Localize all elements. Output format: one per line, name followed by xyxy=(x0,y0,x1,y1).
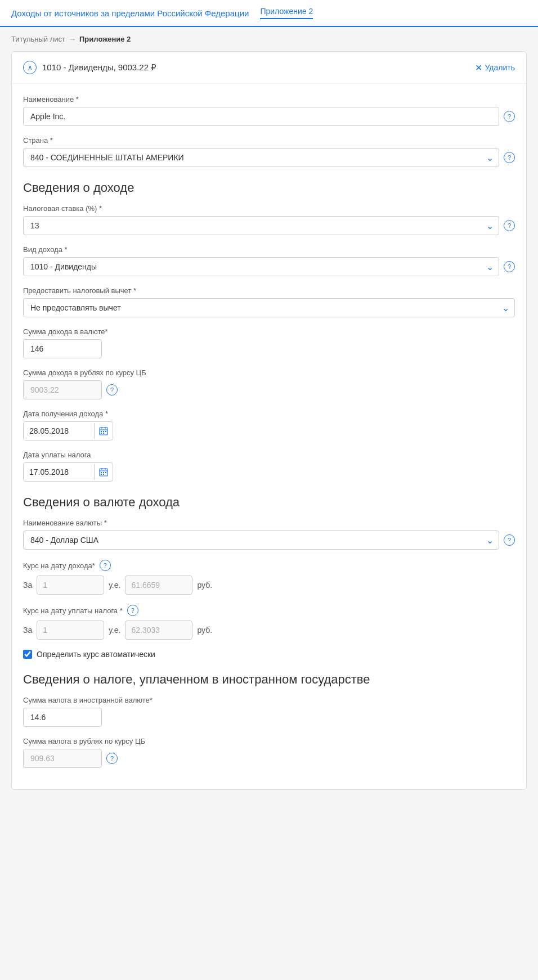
income-date-group: Дата получения дохода * xyxy=(23,410,515,440)
breadcrumb: Титульный лист → Приложение 2 xyxy=(0,27,538,51)
name-help-icon[interactable]: ? xyxy=(504,111,515,122)
rate-tax-help-icon[interactable]: ? xyxy=(127,605,138,616)
rate-tax-label-row: Курс на дату уплаты налога * ? xyxy=(23,605,515,616)
currency-name-row: 840 - Доллар США ⌄ ? xyxy=(23,531,515,550)
svg-rect-17 xyxy=(103,474,104,475)
tax-rate-help-icon[interactable]: ? xyxy=(504,220,515,231)
rate-income-help-icon[interactable]: ? xyxy=(100,560,111,571)
delete-label: Удалить xyxy=(485,63,515,72)
name-label: Наименование * xyxy=(23,95,515,104)
income-date-wrapper xyxy=(23,421,113,440)
card-body: Наименование * ? Страна * 840 - СОЕДИНЕН… xyxy=(12,84,526,789)
calendar-icon xyxy=(99,467,108,476)
tax-date-input[interactable] xyxy=(24,463,94,481)
breadcrumb-parent[interactable]: Титульный лист xyxy=(11,35,65,43)
deduction-select-wrapper: Не предоставлять вычет ⌄ xyxy=(23,298,515,317)
tax-date-group: Дата уплаты налога xyxy=(23,451,515,482)
deduction-select[interactable]: Не предоставлять вычет xyxy=(23,298,515,317)
tax-date-label: Дата уплаты налога xyxy=(23,451,515,459)
tax-rate-select-wrapper: 13 ⌄ xyxy=(23,216,499,235)
income-type-label: Вид дохода * xyxy=(23,245,515,254)
breadcrumb-arrow: → xyxy=(69,35,76,43)
foreign-tax-rub-label: Сумма налога в рублях по курсу ЦБ xyxy=(23,737,515,745)
svg-rect-7 xyxy=(101,433,102,434)
auto-rate-label[interactable]: Определить курс автоматически xyxy=(37,650,155,659)
page-header: Доходы от источников за пределами Россий… xyxy=(0,0,538,27)
foreign-tax-rub-row: ? xyxy=(23,749,515,768)
delete-button[interactable]: ✕ Удалить xyxy=(475,62,515,73)
income-rub-input xyxy=(23,380,102,399)
rate-income-rate-input xyxy=(125,576,192,595)
income-type-help-icon[interactable]: ? xyxy=(504,261,515,272)
svg-rect-5 xyxy=(103,431,104,432)
svg-rect-4 xyxy=(101,431,102,432)
currency-section-title: Сведения о валюте дохода xyxy=(23,495,515,510)
country-input-row: 840 - СОЕДИНЕННЫЕ ШТАТЫ АМЕРИКИ ⌄ ? xyxy=(23,148,515,167)
country-label: Страна * xyxy=(23,136,515,145)
auto-rate-checkbox[interactable] xyxy=(23,650,32,659)
name-input-row: ? xyxy=(23,107,515,126)
income-currency-input[interactable] xyxy=(23,339,102,358)
foreign-tax-amount-label: Сумма налога в иностранной валюте* xyxy=(23,696,515,704)
rate-income-rub-label: руб. xyxy=(197,581,212,590)
tax-rate-select[interactable]: 13 xyxy=(23,216,499,235)
foreign-tax-amount-group: Сумма налога в иностранной валюте* xyxy=(23,696,515,727)
income-date-calendar-button[interactable] xyxy=(94,423,113,439)
rate-tax-ue-label: у.е. xyxy=(109,626,120,635)
currency-name-select[interactable]: 840 - Доллар США xyxy=(23,531,499,550)
rate-tax-label: Курс на дату уплаты налога * xyxy=(23,606,123,615)
rate-tax-units-input[interactable] xyxy=(37,621,104,640)
tax-rate-label: Налоговая ставка (%) * xyxy=(23,204,515,213)
rate-tax-row: За у.е. руб. xyxy=(23,621,515,640)
income-rub-help-icon[interactable]: ? xyxy=(106,384,118,395)
country-help-icon[interactable]: ? xyxy=(504,152,515,163)
card-header-left: ∧ 1010 - Дивиденды, 9003.22 ₽ xyxy=(23,61,156,74)
svg-rect-13 xyxy=(101,472,102,473)
foreign-tax-amount-input[interactable] xyxy=(23,708,102,727)
income-rub-row: ? xyxy=(23,380,515,399)
rate-income-label: Курс на дату дохода* xyxy=(23,561,95,570)
rate-tax-group: Курс на дату уплаты налога * ? За у.е. р… xyxy=(23,605,515,640)
svg-rect-8 xyxy=(103,433,104,434)
rate-income-units-input[interactable] xyxy=(37,576,104,595)
tax-date-calendar-button[interactable] xyxy=(94,464,113,480)
rate-tax-rub-label: руб. xyxy=(197,626,212,635)
income-type-group: Вид дохода * 1010 - Дивиденды ⌄ ? xyxy=(23,245,515,276)
name-input[interactable] xyxy=(23,107,499,126)
rate-income-row: За у.е. руб. xyxy=(23,576,515,595)
country-group: Страна * 840 - СОЕДИНЕННЫЕ ШТАТЫ АМЕРИКИ… xyxy=(23,136,515,167)
income-date-input[interactable] xyxy=(24,422,94,440)
income-section-title: Сведения о доходе xyxy=(23,181,515,195)
rate-income-group: Курс на дату дохода* ? За у.е. руб. xyxy=(23,560,515,595)
svg-rect-15 xyxy=(105,472,106,473)
svg-rect-16 xyxy=(101,474,102,475)
auto-rate-row: Определить курс автоматически xyxy=(23,650,515,659)
main-content: ∧ 1010 - Дивиденды, 9003.22 ₽ ✕ Удалить … xyxy=(0,51,538,812)
country-select[interactable]: 840 - СОЕДИНЕННЫЕ ШТАТЫ АМЕРИКИ xyxy=(23,148,499,167)
income-type-select[interactable]: 1010 - Дивиденды xyxy=(23,257,499,276)
country-select-wrapper: 840 - СОЕДИНЕННЫЕ ШТАТЫ АМЕРИКИ ⌄ xyxy=(23,148,499,167)
card-header-title: 1010 - Дивиденды, 9003.22 ₽ xyxy=(42,62,156,73)
income-rub-label: Сумма дохода в рублях по курсу ЦБ xyxy=(23,368,515,377)
currency-name-help-icon[interactable]: ? xyxy=(504,534,515,546)
tab-appendix2[interactable]: Приложение 2 xyxy=(260,7,313,19)
foreign-tax-section-title: Сведения о налоге, уплаченном в иностран… xyxy=(23,672,515,687)
form-card: ∧ 1010 - Дивиденды, 9003.22 ₽ ✕ Удалить … xyxy=(11,51,527,790)
income-type-select-wrapper: 1010 - Дивиденды ⌄ xyxy=(23,257,499,276)
svg-rect-6 xyxy=(105,431,106,432)
calendar-icon xyxy=(99,426,108,435)
income-date-label: Дата получения дохода * xyxy=(23,410,515,418)
foreign-tax-rub-help-icon[interactable]: ? xyxy=(106,753,118,764)
tax-date-wrapper xyxy=(23,462,113,482)
currency-name-select-wrapper: 840 - Доллар США ⌄ xyxy=(23,531,499,550)
collapse-button[interactable]: ∧ xyxy=(23,61,37,74)
income-currency-group: Сумма дохода в валюте* xyxy=(23,327,515,358)
card-header: ∧ 1010 - Дивиденды, 9003.22 ₽ ✕ Удалить xyxy=(12,52,526,84)
tax-rate-group: Налоговая ставка (%) * 13 ⌄ ? xyxy=(23,204,515,235)
breadcrumb-current: Приложение 2 xyxy=(79,35,131,43)
currency-name-label: Наименование валюты * xyxy=(23,519,515,527)
name-group: Наименование * ? xyxy=(23,95,515,126)
income-currency-label: Сумма дохода в валюте* xyxy=(23,327,515,336)
foreign-tax-rub-input xyxy=(23,749,102,768)
deduction-group: Предоставить налоговый вычет * Не предос… xyxy=(23,286,515,317)
